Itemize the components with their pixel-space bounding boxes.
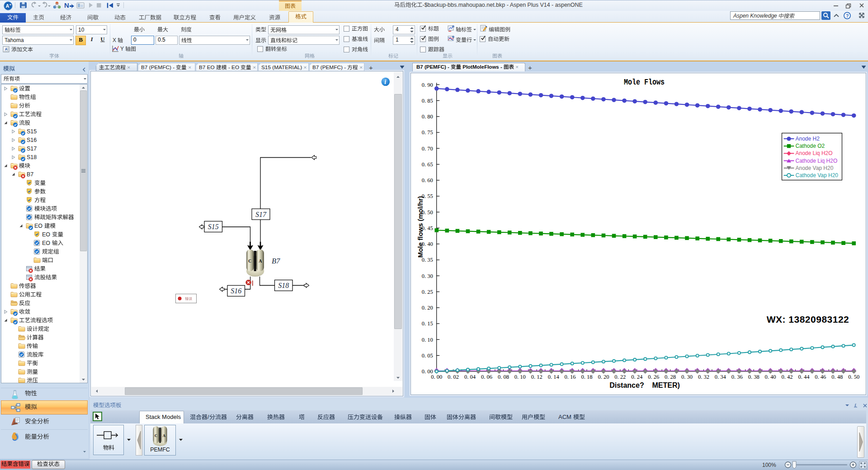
svg-text:0. 04: 0. 04 (464, 374, 476, 380)
svg-text:0. 32: 0. 32 (698, 374, 709, 380)
svg-text:0. 36: 0. 36 (731, 374, 743, 380)
svg-text:Distance? METER): Distance? METER) (609, 381, 680, 389)
svg-text:0. 02: 0. 02 (448, 374, 459, 380)
svg-text:0. 34: 0. 34 (715, 374, 726, 380)
svg-text:0. 44: 0. 44 (798, 374, 810, 380)
svg-text:0. 38: 0. 38 (748, 374, 760, 380)
svg-text:Cathode Vap H20: Cathode Vap H20 (796, 172, 839, 179)
svg-text:0. 16: 0. 16 (565, 374, 576, 380)
svg-text:+: + (9, 3, 11, 7)
svg-text:0. 10: 0. 10 (514, 374, 526, 380)
svg-text:Anode Liq H2O: Anode Liq H2O (796, 150, 833, 156)
svg-text:S17: S17 (255, 211, 267, 218)
svg-text:0. 10: 0. 10 (422, 337, 433, 343)
svg-text:S18: S18 (278, 282, 289, 289)
svg-text:0. 20: 0. 20 (422, 305, 433, 311)
svg-text:C: C (155, 434, 157, 438)
svg-text:0. 60: 0. 60 (422, 177, 433, 183)
svg-text:0. 15: 0. 15 (422, 320, 433, 327)
svg-text:0. 28: 0. 28 (665, 374, 676, 380)
svg-text:0. 14: 0. 14 (548, 374, 560, 380)
svg-text:B7: B7 (272, 257, 280, 265)
svg-text:0. 26: 0. 26 (648, 374, 659, 380)
svg-text:0. 46: 0. 46 (815, 374, 826, 380)
svg-text:0. 20: 0. 20 (598, 374, 609, 380)
svg-text:0. 12: 0. 12 (531, 374, 542, 380)
svg-text:0. 75: 0. 75 (422, 129, 433, 136)
svg-text:A: A (259, 259, 262, 263)
svg-text:0. 65: 0. 65 (422, 161, 433, 168)
svg-text:?: ? (846, 13, 849, 19)
svg-text:0. 30: 0. 30 (681, 374, 693, 380)
svg-text:Cathode Liq H2O: Cathode Liq H2O (796, 158, 838, 164)
svg-text:Mole Flows: Mole Flows (624, 77, 665, 87)
svg-text:0. 80: 0. 80 (422, 113, 433, 120)
svg-text:A: A (6, 3, 9, 9)
svg-text:N: N (64, 1, 69, 9)
svg-text:0. 06: 0. 06 (481, 374, 492, 380)
svg-text:Cathode O2: Cathode O2 (796, 143, 825, 149)
svg-text:i: i (384, 79, 386, 85)
svg-text:WX: 13820983122: WX: 13820983122 (767, 314, 849, 324)
svg-text:0. 42: 0. 42 (782, 374, 793, 380)
svg-text:S15: S15 (208, 223, 219, 230)
svg-text:0. 00: 0. 00 (431, 374, 442, 380)
svg-text:0. 90: 0. 90 (422, 82, 433, 88)
svg-text:0. 22: 0. 22 (614, 374, 626, 380)
svg-text:Anode H2: Anode H2 (796, 136, 820, 142)
svg-text:0. 48: 0. 48 (831, 374, 843, 380)
svg-text:0. 50: 0. 50 (848, 374, 859, 380)
svg-text:0. 18: 0. 18 (581, 374, 592, 380)
svg-text:0. 30: 0. 30 (422, 273, 433, 279)
svg-text:Anode Vap H20: Anode Vap H20 (796, 165, 834, 171)
svg-text:C: C (248, 259, 251, 263)
svg-text:0. 85: 0. 85 (422, 98, 433, 104)
svg-text:0. 70: 0. 70 (422, 146, 433, 152)
svg-text:0. 05: 0. 05 (422, 352, 433, 359)
svg-text:0. 24: 0. 24 (631, 374, 643, 380)
svg-text:Mole flows (mol/hr): Mole flows (mol/hr) (416, 196, 424, 258)
svg-text:S16: S16 (231, 287, 241, 295)
svg-text:0. 08: 0. 08 (498, 374, 509, 380)
svg-text:0. 25: 0. 25 (422, 289, 433, 295)
svg-text:0. 40: 0. 40 (765, 374, 776, 380)
svg-text:A: A (163, 434, 165, 438)
